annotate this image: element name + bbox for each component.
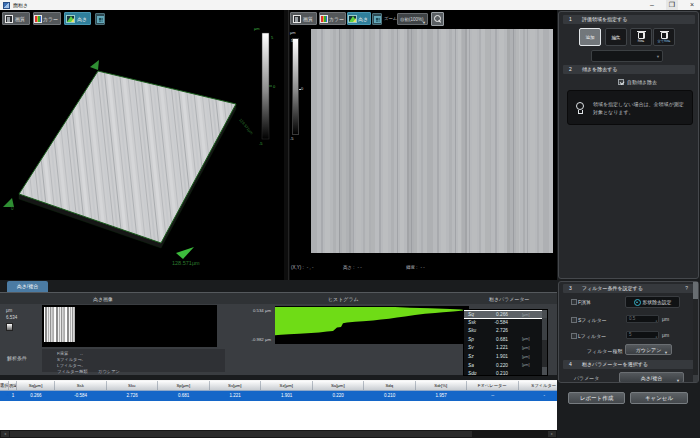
parameter-row[interactable]: Sv 1.221 [μm] [464, 344, 544, 353]
f-operation-checkbox[interactable] [571, 299, 577, 305]
filter-type-select[interactable]: ガウシアン ▼ [625, 344, 672, 355]
image-quality-button-2d[interactable]: 画質 [290, 12, 317, 25]
s-filter-checkbox[interactable] [571, 317, 577, 323]
column-header[interactable]: Fオペレーター [467, 381, 519, 390]
3d-colorbar-tick-mid: 0 [273, 84, 276, 89]
scrollbar-down-arrow[interactable] [542, 367, 547, 375]
cancel-button[interactable]: キャンセル [630, 392, 688, 404]
column-header[interactable]: Ssk [55, 381, 107, 390]
step4-header: 4粗さパラメーターを選択する [563, 360, 695, 369]
height-icon [348, 13, 357, 24]
column-header[interactable]: Sdq [364, 381, 416, 390]
histogram-min-label: -0.982 μm [252, 337, 271, 342]
column-header[interactable]: Sq[μm] [17, 381, 55, 390]
row-value-cell: 1.957 [416, 391, 468, 402]
parameter-row[interactable]: Ssk -0.584 [464, 319, 544, 328]
magnifier-button[interactable] [431, 12, 444, 26]
create-report-button[interactable]: レポート作成 [568, 392, 625, 404]
scrollbar-right-arrow[interactable]: ▸ [548, 431, 556, 438]
3d-z-colorbar [262, 33, 269, 139]
parameter-select[interactable]: 高さ/複合 ▼ [619, 372, 684, 383]
analysis-panel: 高さ/複合 高さ画像 ヒストグラム 粗さパラメーター μm 6.534 [0, 280, 557, 438]
parameter-row[interactable]: Sp 0.681 [μm] [464, 336, 544, 345]
tip-text: 領域を指定しない場合は、全領域が測定 対象となります。 [593, 100, 689, 116]
magnifier-icon [434, 15, 442, 23]
trash-icon [638, 31, 645, 39]
column-header[interactable]: 選択 [0, 381, 9, 390]
column-header[interactable]: Sa[μm] [313, 381, 365, 390]
restore-button[interactable]: ❐ [666, 0, 678, 10]
settings-scrollbar[interactable] [693, 282, 698, 382]
height-image-header: 高さ画像 [93, 296, 113, 302]
2d-colorbar-tick-top: 5 [291, 38, 293, 43]
s-filter-row: Sフィルター 0.5◂ μm [559, 315, 699, 327]
histogram-chart[interactable] [275, 306, 469, 344]
column-header[interactable]: Sv[μm] [210, 381, 262, 390]
region-delete-all-button[interactable]: 全て削除 [653, 28, 675, 46]
help-icon[interactable]: ? [685, 284, 688, 293]
shape-removal-button[interactable]: 形状除去設定 [625, 296, 680, 308]
parameter-row[interactable]: Sku 2.726 [464, 327, 544, 336]
column-header[interactable]: Sdr[%] [416, 381, 468, 390]
row-value-cell: 0.681 [158, 391, 210, 402]
image-quality-button[interactable]: 画質 [2, 12, 30, 25]
region-delete-button[interactable]: 削除 [630, 28, 652, 46]
table-horizontal-scrollbar[interactable]: ◂ ▸ [0, 430, 557, 438]
row-checkbox-cell[interactable] [0, 391, 9, 402]
x-dimension-label: 128.571μm [172, 260, 200, 266]
region-edit-button[interactable]: 編集 [605, 28, 627, 46]
close-button[interactable]: × [684, 0, 700, 10]
row-value-cell: 2.726 [107, 391, 159, 402]
image-quality-icon [291, 13, 302, 24]
scrollbar-thumb[interactable] [10, 431, 472, 438]
step3-header: 3フィルター条件を設定する ? [563, 284, 695, 293]
results-table-row[interactable]: 1 0.266-0.5842.7260.6811.2211.9010.2200.… [0, 391, 557, 402]
zoom-select[interactable]: 自動(100%) ▼ [397, 13, 428, 25]
display-settings-button-2d[interactable] [372, 13, 382, 25]
scrollbar-thumb[interactable] [542, 318, 547, 340]
height-button[interactable]: 高さ [64, 12, 91, 25]
auto-tilt-checkbox-row[interactable]: 自動傾き除去 [615, 79, 657, 85]
3d-surface-scene[interactable]: 128.571μm 128.571μm 0 μm 5 0 -5 [0, 26, 284, 280]
column-header[interactable]: 測定 [9, 381, 17, 390]
color-button[interactable]: カラー [33, 12, 61, 25]
region-add-button[interactable]: 追加 [579, 28, 601, 46]
height-button-2d[interactable]: 高さ [347, 12, 371, 25]
auto-tilt-checkbox[interactable] [618, 79, 624, 85]
column-header[interactable]: Sp[μm] [158, 381, 210, 390]
parameter-row[interactable]: Sdq 0.210 [464, 370, 544, 376]
display-settings-button[interactable] [95, 13, 105, 25]
parameter-row[interactable]: Sa 0.220 [μm] [464, 362, 544, 371]
2d-height-image[interactable] [311, 29, 553, 253]
settings-panel: 1評価領域を指定する 追加 編集 削除 全て削除 ▼ 2傾きを除去する 自動傾き… [557, 10, 700, 438]
column-header[interactable]: Sz[μm] [261, 381, 313, 390]
spinner-icon: ◂ [655, 318, 657, 325]
conditions-label: 解析条件 [7, 355, 27, 361]
height-icon [65, 13, 76, 24]
row-number-cell: 1 [9, 391, 17, 402]
scrollbar-thumb[interactable] [693, 282, 698, 299]
f-operation-row: F演算 形状除去設定 [559, 297, 699, 309]
parameter-row[interactable]: Sq 0.266 [μm] [464, 310, 544, 319]
l-filter-checkbox[interactable] [571, 333, 577, 339]
scrollbar-up-arrow[interactable] [542, 310, 547, 318]
chevron-down-icon: ▼ [656, 54, 660, 59]
region-list-select[interactable]: ▼ [591, 50, 663, 62]
parameter-row[interactable]: Sz 1.901 [μm] [464, 353, 544, 362]
surface-texture [19, 71, 236, 243]
2d-status-bar: (X,Y) :- , - 高さ :- - 輝度 :- - [291, 265, 551, 277]
histogram-axis-labels: 0.534 μm -0.982 μm [230, 306, 272, 346]
column-header[interactable]: Sフィルター [519, 381, 558, 390]
s-filter-input[interactable]: 0.5◂ [626, 315, 659, 323]
parameter-scrollbar[interactable] [542, 310, 547, 375]
color-button-2d[interactable]: カラー [319, 12, 346, 25]
tab-height-composite[interactable]: 高さ/複合 [7, 281, 48, 292]
column-header[interactable]: Sku [107, 381, 159, 390]
app-icon [3, 2, 10, 9]
scrollbar-left-arrow[interactable]: ◂ [1, 431, 9, 438]
scrollbar-down-arrow[interactable] [693, 375, 698, 382]
2d-colorbar [292, 38, 299, 135]
l-filter-input[interactable]: 5◂ [626, 331, 659, 339]
minimize-button[interactable]: – [644, 0, 660, 10]
height-image-thumbnail[interactable] [44, 307, 75, 342]
